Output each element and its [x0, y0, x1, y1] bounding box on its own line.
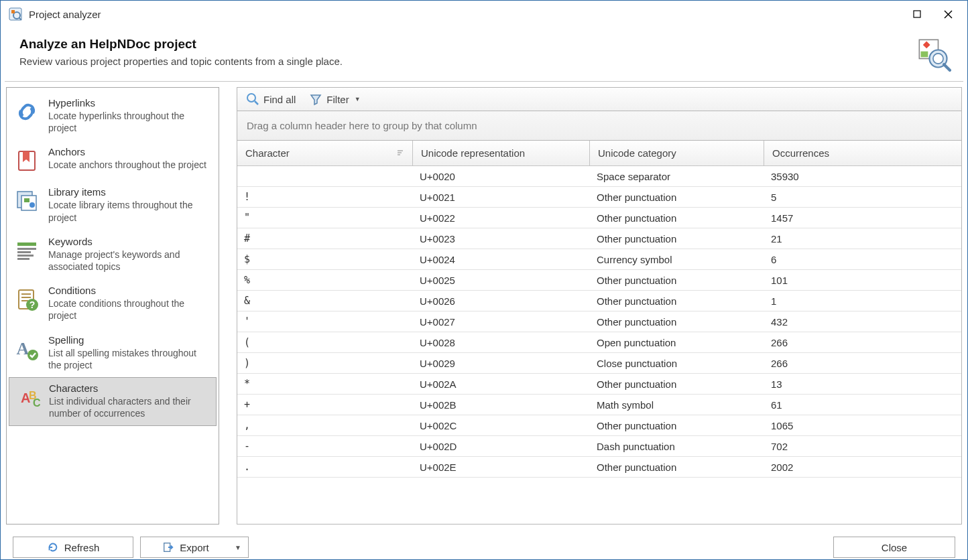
- cell-occurrences: 266: [764, 337, 961, 348]
- table-row[interactable]: #U+0023Other punctuation21: [237, 228, 961, 249]
- cell-unicode-rep: U+002A: [413, 378, 590, 390]
- link-icon: [13, 98, 40, 125]
- filter-button[interactable]: Filter ▼: [303, 90, 366, 109]
- cell-unicode-rep: U+002C: [413, 420, 590, 431]
- body: Hyperlinks Locate hyperlinks throughout …: [1, 82, 967, 531]
- export-label: Export: [180, 542, 208, 553]
- table-row[interactable]: *U+002AOther punctuation13: [237, 374, 961, 395]
- group-by-bar[interactable]: Drag a column header here to group by th…: [237, 111, 962, 141]
- sidebar-item-title: Spelling: [48, 334, 212, 346]
- cell-occurrences: 1065: [764, 420, 961, 431]
- close-window-button[interactable]: [932, 4, 963, 24]
- table-row[interactable]: !U+0021Other punctuation5: [237, 187, 961, 208]
- cell-occurrences: 702: [764, 441, 961, 452]
- sidebar-item-spelling[interactable]: A Spelling List all spelling mistakes th…: [7, 329, 219, 378]
- sidebar-item-characters[interactable]: ABC Characters List individual character…: [9, 377, 217, 426]
- cell-unicode-cat: Other punctuation: [590, 316, 764, 328]
- table-row[interactable]: ,U+002COther punctuation1065: [237, 415, 961, 436]
- sidebar-item-anchors[interactable]: Anchors Locate anchors throughout the pr…: [7, 141, 219, 181]
- table-row[interactable]: +U+002BMath symbol61: [237, 395, 961, 415]
- filter-label: Filter: [326, 94, 349, 105]
- cell-occurrences: 101: [764, 275, 961, 286]
- cell-occurrences: 5: [764, 192, 961, 203]
- search-icon: [246, 92, 259, 106]
- cell-unicode-rep: U+002E: [413, 462, 590, 473]
- cell-character: ,: [237, 419, 413, 431]
- cell-character: &: [237, 295, 413, 307]
- cell-occurrences: 6: [764, 254, 961, 265]
- table-row[interactable]: (U+0028Open punctuation266: [237, 332, 961, 353]
- svg-rect-8: [921, 52, 928, 58]
- footer: Refresh Export ▼ Close: [1, 531, 967, 559]
- cell-unicode-cat: Currency symbol: [590, 254, 764, 265]
- cell-unicode-cat: Other punctuation: [590, 295, 764, 307]
- find-all-button[interactable]: Find all: [240, 90, 302, 109]
- cell-unicode-rep: U+0021: [413, 192, 590, 203]
- column-character[interactable]: Character: [237, 141, 413, 165]
- table-row[interactable]: "U+0022Other punctuation1457: [237, 208, 961, 228]
- sidebar-item-hyperlinks[interactable]: Hyperlinks Locate hyperlinks throughout …: [7, 92, 219, 141]
- cell-character: ): [237, 357, 413, 369]
- close-button[interactable]: Close: [833, 537, 955, 558]
- cell-unicode-cat: Other punctuation: [590, 233, 764, 244]
- sidebar-item-keywords[interactable]: Keywords Manage project's keywords and a…: [7, 230, 219, 279]
- sidebar-item-conditions[interactable]: ? Conditions Locate conditions throughou…: [7, 279, 219, 328]
- maximize-button[interactable]: [902, 4, 932, 24]
- cell-unicode-cat: Dash punctuation: [590, 441, 764, 452]
- column-occurrences[interactable]: Occurrences: [764, 141, 961, 165]
- table-row[interactable]: %U+0025Other punctuation101: [237, 270, 961, 291]
- grid-body[interactable]: U+0020Space separator35930!U+0021Other p…: [237, 166, 961, 524]
- header: Analyze an HelpNDoc project Review vario…: [1, 27, 967, 81]
- cell-unicode-rep: U+002B: [413, 399, 590, 411]
- svg-line-34: [255, 101, 258, 104]
- cell-unicode-rep: U+0020: [413, 171, 590, 182]
- cell-unicode-rep: U+0027: [413, 316, 590, 328]
- sidebar-item-library[interactable]: Library items Locate library items throu…: [7, 181, 219, 230]
- refresh-icon: [47, 541, 59, 553]
- cell-occurrences: 266: [764, 358, 961, 369]
- svg-rect-21: [17, 258, 29, 260]
- sidebar: Hyperlinks Locate hyperlinks throughout …: [6, 87, 219, 524]
- window: Project analyzer Analyze an HelpNDoc pro…: [0, 0, 968, 560]
- analyzer-icon: [916, 37, 951, 72]
- svg-rect-17: [17, 242, 36, 246]
- cell-unicode-cat: Open punctuation: [590, 337, 764, 348]
- cell-unicode-rep: U+0023: [413, 233, 590, 244]
- cell-unicode-rep: U+0025: [413, 275, 590, 286]
- sidebar-item-title: Library items: [48, 186, 212, 198]
- characters-icon: ABC: [14, 384, 41, 411]
- cell-occurrences: 1457: [764, 212, 961, 224]
- cell-character: ": [237, 212, 413, 224]
- cell-character: #: [237, 232, 413, 244]
- table-row[interactable]: )U+0029Close punctuation266: [237, 353, 961, 374]
- grid: Character Unicode representation Unicode…: [237, 141, 962, 524]
- table-row[interactable]: -U+002DDash punctuation702: [237, 436, 961, 457]
- cell-unicode-rep: U+0028: [413, 337, 590, 348]
- main: Find all Filter ▼ Drag a column header h…: [237, 87, 962, 524]
- sidebar-item-title: Anchors: [48, 146, 212, 157]
- cell-unicode-cat: Math symbol: [590, 399, 764, 411]
- cell-unicode-cat: Other punctuation: [590, 212, 764, 224]
- table-row[interactable]: &U+0026Other punctuation1: [237, 291, 961, 311]
- window-title: Project analyzer: [29, 9, 902, 20]
- column-unicode-rep[interactable]: Unicode representation: [413, 141, 590, 165]
- cell-character: .: [237, 461, 413, 473]
- svg-point-16: [29, 202, 35, 208]
- svg-point-33: [247, 94, 255, 102]
- sidebar-item-desc: Locate anchors throughout the project: [48, 159, 212, 171]
- page-title: Analyze an HelpNDoc project: [19, 37, 903, 52]
- table-row[interactable]: 'U+0027Other punctuation432: [237, 311, 961, 332]
- table-row[interactable]: $U+0024Currency symbol6: [237, 249, 961, 270]
- refresh-button[interactable]: Refresh: [13, 537, 133, 558]
- refresh-label: Refresh: [64, 542, 100, 553]
- cell-occurrences: 21: [764, 233, 961, 244]
- grid-header: Character Unicode representation Unicode…: [237, 141, 961, 166]
- cell-character: %: [237, 274, 413, 286]
- table-row[interactable]: .U+002EOther punctuation2002: [237, 457, 961, 478]
- export-button[interactable]: Export ▼: [140, 537, 249, 558]
- cell-character: (: [237, 336, 413, 348]
- keywords-icon: [13, 237, 40, 264]
- svg-rect-18: [17, 248, 36, 250]
- column-unicode-cat[interactable]: Unicode category: [590, 141, 764, 165]
- table-row[interactable]: U+0020Space separator35930: [237, 166, 961, 187]
